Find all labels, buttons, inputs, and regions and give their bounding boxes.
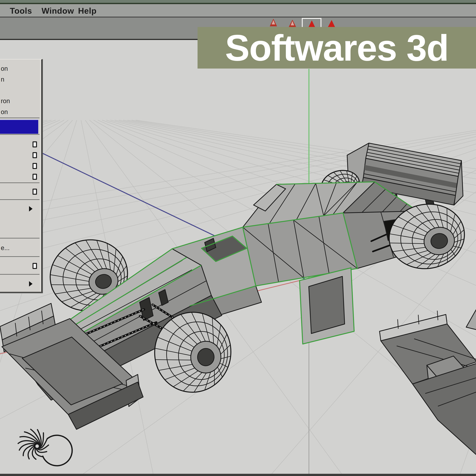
menu-separator: [0, 274, 39, 275]
spiral-shell-logo: [18, 429, 72, 466]
banner: Softwares 3d: [198, 27, 476, 68]
context-menu: on n ron on e...: [0, 59, 43, 293]
menu-item[interactable]: [0, 184, 39, 199]
menu-item[interactable]: on: [0, 63, 39, 74]
menu-item[interactable]: e...: [0, 240, 39, 256]
menu-help[interactable]: Help: [78, 6, 97, 16]
menu-item[interactable]: ron: [0, 96, 39, 106]
menu-separator: [0, 134, 39, 135]
menu-item[interactable]: on: [0, 106, 39, 118]
menu-item[interactable]: [0, 201, 39, 216]
sidepod-inlet[interactable]: [300, 268, 354, 344]
menu-separator: [0, 238, 39, 238]
menu-item-selected[interactable]: [0, 119, 38, 134]
menu-tools[interactable]: Tools: [10, 6, 32, 16]
window-title-strip: [0, 0, 476, 4]
window-bottom-edge: [0, 474, 476, 476]
option-box-icon[interactable]: [33, 174, 37, 180]
option-box-icon[interactable]: [33, 189, 37, 195]
menu-item[interactable]: [0, 258, 39, 274]
app-window: Tools Window Help: [0, 0, 476, 476]
viewport-3d[interactable]: [0, 40, 476, 476]
banner-title: Softwares 3d: [225, 27, 449, 69]
menu-item[interactable]: [0, 161, 39, 171]
menu-separator: [0, 118, 39, 118]
menu-item[interactable]: [0, 171, 39, 182]
menu-separator: [0, 183, 39, 183]
option-box-icon[interactable]: [33, 152, 37, 158]
menu-item[interactable]: [0, 139, 39, 150]
menu-item[interactable]: [0, 85, 39, 96]
option-box-icon[interactable]: [33, 263, 37, 269]
f1-car-wireframe[interactable]: [0, 143, 476, 455]
submenu-arrow-icon: [29, 206, 33, 211]
submenu-arrow-icon: [29, 281, 33, 287]
option-box-icon[interactable]: [33, 141, 37, 147]
menu-item[interactable]: [0, 150, 39, 161]
menu-item[interactable]: [0, 276, 39, 292]
front-wing-right-piece[interactable]: [379, 309, 476, 455]
menubar: Tools Window Help: [0, 4, 476, 17]
option-box-icon[interactable]: [33, 163, 37, 169]
menu-item[interactable]: n: [0, 74, 39, 85]
menu-window[interactable]: Window: [42, 6, 74, 16]
menu-separator: [0, 199, 39, 200]
menu-separator: [0, 256, 39, 257]
menu-item[interactable]: [0, 216, 39, 238]
